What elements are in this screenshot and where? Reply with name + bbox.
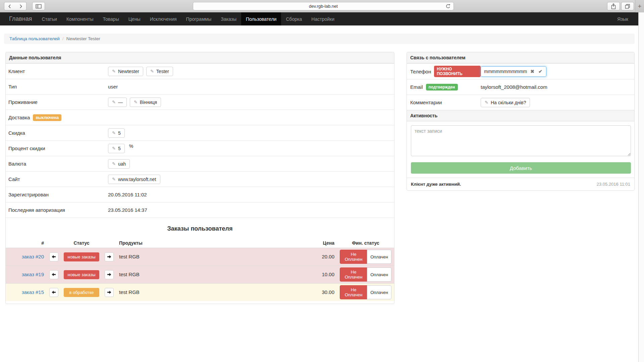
nav-item-articles[interactable]: Статьи [37, 12, 62, 25]
clear-icon[interactable]: ✖ [530, 69, 534, 74]
new-tab-button[interactable]: + [635, 0, 644, 12]
row-residence: Проживание ✎ — ✎ Вінниця [6, 94, 394, 110]
order-15-link[interactable]: заказ #15 [22, 289, 44, 295]
window-edge-strip [638, 12, 644, 362]
user-panel-title: Данные пользователя [6, 52, 394, 63]
fin-status-paid-button[interactable]: Оплачен [367, 250, 391, 264]
pencil-icon: ✎ [150, 69, 154, 74]
pencil-icon: ✎ [112, 146, 116, 151]
edit-comment-button[interactable]: ✎ На скільки днів? [481, 98, 530, 107]
breadcrumb-separator: / [62, 36, 64, 41]
table-row: заказ #15 в обработке test RGB 30.00 Не … [6, 284, 394, 301]
order-19-link[interactable]: заказ #19 [22, 272, 44, 277]
navbar-brand[interactable]: Главная [0, 12, 37, 25]
row-delivery: Доставка выключена [6, 110, 394, 125]
nav-item-exceptions[interactable]: Исключения [145, 12, 181, 25]
order-status-badge[interactable]: в обработке [64, 288, 99, 297]
forward-button[interactable] [15, 2, 26, 10]
row-currency: Валюта ✎ uah [6, 156, 394, 171]
left-arrow-icon [52, 273, 56, 277]
edit-country-button[interactable]: ✎ — [108, 98, 127, 107]
status-back-button[interactable] [49, 252, 58, 261]
phone-input[interactable] [481, 66, 546, 77]
fin-status-paid-button[interactable]: Оплачен [367, 267, 391, 282]
nav-item-settings[interactable]: Настройки [307, 12, 339, 25]
nav-item-users[interactable]: Пользователи [241, 12, 281, 25]
order-status-badge[interactable]: новые заказы [64, 270, 99, 279]
nav-item-prices[interactable]: Цены [124, 12, 145, 25]
table-row: заказ #20 новые заказы test RGB 20.00 Не… [6, 248, 394, 266]
orders-header-id: # [6, 239, 47, 248]
edit-last-name-button[interactable]: ✎ Tester [146, 67, 173, 76]
navbar-spacer [339, 12, 612, 25]
status-back-button[interactable] [49, 288, 58, 297]
share-button[interactable] [607, 2, 620, 10]
last-auth-label: Последняя авторизация [8, 207, 108, 213]
orders-header-products: Продукты [116, 239, 308, 248]
nav-item-language[interactable]: Язык [612, 12, 638, 25]
url-text: dev.rgb-lab.net [309, 4, 338, 9]
residence-label: Проживание [8, 99, 108, 105]
edit-discount-button[interactable]: ✎ 5 [108, 128, 125, 138]
nav-item-orders[interactable]: Заказы [216, 12, 241, 25]
tabs-icon [625, 4, 630, 9]
fin-status-unpaid-button[interactable]: Не Оплачен [340, 285, 367, 299]
orders-header-fin-status: Фин. статус [337, 239, 394, 248]
breadcrumb-users-table-link[interactable]: Таблица пользователей [9, 36, 60, 41]
table-row: заказ #19 новые заказы test RGB 10.00 Не… [6, 266, 394, 284]
activity-note-textarea[interactable] [411, 125, 631, 156]
right-arrow-icon [107, 273, 111, 277]
row-type: Тип user [6, 79, 394, 94]
pencil-icon: ✎ [112, 177, 116, 182]
contact-panel: Связь с пользователем Телефон НУЖНО ПОЗВ… [407, 52, 635, 191]
phone-call-badge: НУЖНО ПОЗВОНИТЬ [434, 66, 481, 77]
breadcrumb-current: Newtester Tester [66, 36, 100, 41]
sidebar-icon [36, 4, 42, 9]
pencil-icon: ✎ [112, 69, 116, 74]
delivery-label: Доставка выключена [8, 114, 108, 121]
activity-entry-text: Клієнт дуже активний. [411, 182, 461, 187]
left-arrow-icon [52, 255, 56, 259]
orders-table: # Статус Продукты Цена Фин. статус заказ… [6, 239, 394, 301]
status-forward-button[interactable] [105, 288, 114, 297]
nav-item-components[interactable]: Компоненты [62, 12, 98, 25]
chevron-left-icon [8, 4, 11, 9]
activity-entry-time: 23.05.2016 11:01 [597, 182, 630, 187]
fin-status-paid-button[interactable]: Оплачен [367, 285, 391, 299]
tab-overview-button[interactable] [621, 2, 634, 10]
percent-suffix: % [129, 143, 133, 149]
confirm-icon[interactable]: ✔ [538, 69, 542, 74]
orders-header-row: # Статус Продукты Цена Фин. статус [6, 239, 394, 248]
status-forward-button[interactable] [105, 270, 114, 279]
fin-status-unpaid-button[interactable]: Не Оплачен [340, 250, 367, 264]
row-last-auth: Последняя авторизация 23.05.2016 14:37 [6, 202, 394, 218]
fin-status-unpaid-button[interactable]: Не Оплачен [340, 267, 367, 282]
address-bar[interactable]: dev.rgb-lab.net [193, 2, 454, 10]
orders-header-price: Цена [308, 239, 337, 248]
share-icon [611, 3, 616, 9]
nav-item-build[interactable]: Сборка [281, 12, 307, 25]
nav-item-products[interactable]: Товары [98, 12, 124, 25]
sidebar-toggle-button[interactable] [32, 2, 45, 10]
email-verified-badge: подтвержден [426, 84, 458, 90]
reload-icon[interactable] [445, 3, 451, 9]
pencil-icon: ✎ [112, 161, 116, 166]
right-arrow-icon [107, 290, 111, 294]
add-activity-button[interactable]: Добавить [411, 162, 631, 174]
edit-first-name-button[interactable]: ✎ Newtester [108, 67, 143, 76]
edit-city-button[interactable]: ✎ Вінниця [130, 98, 161, 107]
nav-item-programs[interactable]: Программы [181, 12, 216, 25]
discount-label: Скидка [8, 130, 108, 136]
edit-currency-button[interactable]: ✎ uah [108, 159, 130, 169]
registered-value: 20.05.2016 11:02 [108, 192, 147, 197]
status-forward-button[interactable] [105, 252, 114, 261]
order-status-badge[interactable]: новые заказы [64, 252, 99, 261]
order-20-link[interactable]: заказ #20 [22, 254, 44, 259]
back-button[interactable] [4, 2, 15, 10]
row-phone: Телефон НУЖНО ПОЗВОНИТЬ ✖ ✔ [407, 63, 634, 79]
phone-label: Телефон [410, 69, 431, 74]
pencil-icon: ✎ [112, 130, 116, 135]
edit-discount-percent-button[interactable]: ✎ 5 [108, 144, 125, 153]
edit-site-button[interactable]: ✎ www.taylorsoft.net [108, 175, 160, 184]
status-back-button[interactable] [49, 270, 58, 279]
